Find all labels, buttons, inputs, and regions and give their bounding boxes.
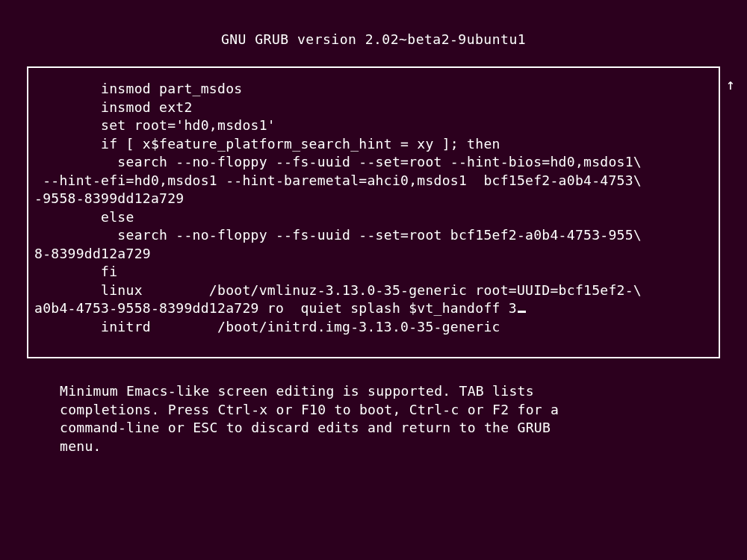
editor-line[interactable]: search --no-floppy --fs-uuid --set=root … bbox=[34, 153, 719, 172]
editor-line[interactable]: initrd /boot/initrd.img-3.13.0-35-generi… bbox=[34, 318, 719, 337]
editor-line[interactable]: set root='hd0,msdos1' bbox=[34, 116, 719, 135]
editor-line[interactable]: else bbox=[34, 208, 719, 227]
help-text: Minimum Emacs-like screen editing is sup… bbox=[60, 382, 687, 455]
grub-editor[interactable]: insmod part_msdos insmod ext2 set root='… bbox=[27, 66, 720, 358]
editor-line[interactable]: if [ x$feature_platform_search_hint = xy… bbox=[34, 135, 719, 154]
editor-line[interactable]: insmod ext2 bbox=[34, 99, 719, 117]
editor-line[interactable]: --hint-efi=hd0,msdos1 --hint-baremetal=a… bbox=[34, 172, 719, 190]
editor-container: insmod part_msdos insmod ext2 set root='… bbox=[27, 66, 720, 358]
editor-line[interactable]: insmod part_msdos bbox=[34, 80, 719, 99]
grub-title: GNU GRUB version 2.02~beta2-9ubuntu1 bbox=[221, 31, 526, 47]
text-cursor bbox=[518, 311, 526, 313]
grub-header: GNU GRUB version 2.02~beta2-9ubuntu1 bbox=[0, 0, 747, 66]
editor-line[interactable]: fi bbox=[34, 263, 719, 281]
scroll-up-icon: ↑ bbox=[726, 75, 735, 93]
editor-line[interactable]: -9558-8399dd12a729 bbox=[34, 190, 719, 208]
editor-line[interactable]: a0b4-4753-9558-8399dd12a729 ro quiet spl… bbox=[34, 299, 719, 318]
editor-line[interactable]: linux /boot/vmlinuz-3.13.0-35-generic ro… bbox=[34, 281, 719, 300]
editor-line[interactable]: 8-8399dd12a729 bbox=[34, 245, 719, 264]
editor-line[interactable]: search --no-floppy --fs-uuid --set=root … bbox=[34, 226, 719, 245]
